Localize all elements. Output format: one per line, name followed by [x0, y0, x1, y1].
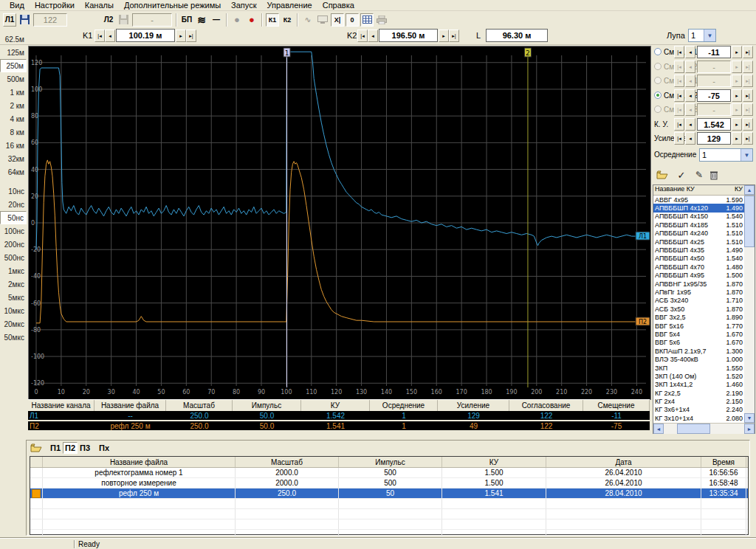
k1-step-right-button[interactable]: ▸ — [176, 30, 186, 42]
range-button-64км[interactable]: 64км — [0, 165, 27, 179]
channel-l1-button[interactable]: Л1 — [3, 13, 16, 27]
range-button-200нс[interactable]: 200нс — [0, 238, 27, 251]
ku-row[interactable]: АПВББШП 4х251.510 — [653, 238, 744, 246]
averaging-select[interactable]: 1 ▼ — [699, 148, 753, 162]
scroll-right-icon[interactable]: ► — [744, 424, 755, 434]
ku-row[interactable]: АПВВНГ 1х95/351.870 — [653, 280, 744, 288]
k1-step-end-button[interactable]: ▸| — [186, 30, 196, 42]
ctl-3-inc-button[interactable]: ▸ — [732, 89, 742, 102]
control-field-0[interactable]: -11 — [697, 46, 731, 58]
range-button-100нс[interactable]: 100нс — [0, 224, 27, 238]
menu-item-5[interactable]: Управление — [262, 1, 317, 10]
ku-list[interactable]: АВВГ 4х951.590АПВББШП 4х1201.490АПВББШП … — [653, 196, 744, 423]
open-file-button[interactable] — [30, 441, 43, 455]
ctl-3-dec-button[interactable]: ◂ — [685, 89, 695, 102]
ctl-3-end-button[interactable]: ▸| — [743, 89, 753, 102]
range-button-10нс[interactable]: 10нс — [0, 184, 27, 198]
trace-chart[interactable]: 0102030405060708090100110120130140150160… — [28, 46, 651, 400]
table-grid-button[interactable] — [360, 13, 374, 27]
range-button-500м[interactable]: 500м — [0, 72, 27, 86]
power-supply-button[interactable]: БП — [180, 13, 193, 27]
tab-Пх[interactable]: Пх — [97, 442, 111, 454]
menu-item-6[interactable]: Справка — [317, 1, 360, 10]
ku-row[interactable]: КГ 3х6+1х42.240 — [653, 406, 744, 414]
range-button-16 км[interactable]: 16 км — [0, 139, 27, 152]
ku-row[interactable]: АПВББШП 4х351.490 — [653, 246, 744, 254]
horizontal-scrollbar[interactable]: ◄► — [653, 423, 755, 434]
tab-П1[interactable]: П1 — [48, 442, 63, 454]
x-scale-button[interactable]: X| — [331, 13, 344, 27]
range-button-20нс[interactable]: 20нс — [0, 198, 27, 211]
range-button-50нс[interactable]: 50нс — [0, 211, 27, 224]
control-field-5[interactable]: 1.542 — [697, 118, 731, 131]
apply-ku-button[interactable]: ✓ — [675, 168, 688, 182]
ctl-6-dec-button[interactable]: ◂ — [685, 132, 695, 145]
ku-row[interactable]: КГ 3х10+1х42.080 — [653, 414, 744, 422]
ku-row[interactable]: КГ 2х42.150 — [653, 397, 744, 405]
open-ku-button[interactable] — [656, 168, 669, 182]
k2-step-end-button[interactable]: ▸| — [449, 30, 459, 42]
k2-position-field[interactable]: 196.50 м — [379, 29, 438, 42]
delete-ku-button[interactable] — [707, 168, 721, 182]
ctl-6-inc-button[interactable]: ▸ — [732, 132, 742, 145]
vertical-scrollbar[interactable]: ▼ — [744, 196, 755, 423]
cursor-k2-button[interactable]: К2 — [281, 13, 294, 27]
menu-item-2[interactable]: Каналы — [80, 1, 119, 10]
ctl-0-inc-button[interactable]: ▸ — [732, 46, 742, 58]
ctl-6-end-button[interactable]: ▸| — [743, 132, 753, 145]
range-button-5мкс[interactable]: 5мкс — [0, 291, 27, 304]
range-button-500нс[interactable]: 500нс — [0, 251, 27, 264]
ku-row[interactable]: ВВГ 5х161.770 — [653, 322, 744, 330]
ku-row[interactable]: ЗКП 1х4х1,21.460 — [653, 381, 744, 389]
range-button-2мкс[interactable]: 2мкс — [0, 277, 27, 291]
save-l1-icon[interactable] — [18, 13, 31, 27]
range-button-2 км[interactable]: 2 км — [0, 99, 27, 112]
range-button-8 км[interactable]: 8 км — [0, 125, 27, 139]
zoom-select[interactable]: 1 ▼ — [688, 29, 716, 42]
ctl-3-home-button[interactable]: |◂ — [674, 89, 684, 102]
ctl-5-home-button[interactable]: |◂ — [674, 118, 684, 131]
ku-row[interactable]: ВЛЭ 35-400кВ1.000 — [653, 355, 744, 363]
range-button-32км[interactable]: 32км — [0, 152, 27, 165]
ku-row[interactable]: ВКПАшП 2.1х9,71.300 — [653, 347, 744, 355]
menu-item-1[interactable]: Настройки — [30, 1, 80, 10]
ku-row[interactable]: АПВББШП 4х701.480 — [653, 263, 744, 271]
channel-row-П2[interactable]: П2рефл 250 м250.050.01.541149122-75 — [28, 421, 650, 430]
h-scroll-thumb[interactable] — [677, 424, 710, 434]
offset-radio-0[interactable] — [654, 48, 662, 55]
range-button-125м[interactable]: 125м — [0, 46, 27, 59]
range-button-20мкс[interactable]: 20мкс — [0, 317, 27, 331]
menu-item-3[interactable]: Дополнительные режимы — [119, 1, 226, 10]
k2-step-left-button[interactable]: ◂ — [368, 30, 378, 42]
edit-ku-button[interactable]: ✎ — [693, 168, 706, 182]
ku-row[interactable]: АСБ 3х2401.710 — [653, 297, 744, 305]
k2-step-home-button[interactable]: |◂ — [357, 30, 368, 42]
ctl-0-end-button[interactable]: ▸| — [743, 46, 753, 58]
ku-row[interactable]: АПВББШП 4х2401.510 — [653, 229, 744, 238]
k1-step-left-button[interactable]: ◂ — [105, 30, 115, 42]
scrollbar-thumb[interactable] — [744, 196, 755, 247]
scrollbar-track[interactable] — [744, 247, 755, 413]
ku-row[interactable]: ЗКП1.550 — [653, 364, 744, 372]
ctl-5-dec-button[interactable]: ◂ — [685, 118, 695, 131]
range-button-62.5м[interactable]: 62.5м — [0, 32, 27, 46]
ku-row[interactable]: АПВББШП 4х1501.540 — [653, 213, 744, 221]
ctl-0-dec-button[interactable]: ◂ — [685, 46, 695, 58]
ku-row[interactable]: АВВГ 4х951.590 — [653, 196, 744, 204]
range-button-1мкс[interactable]: 1мкс — [0, 264, 27, 277]
line-icon[interactable]: — — [210, 13, 223, 27]
k2-step-right-button[interactable]: ▸ — [439, 30, 449, 42]
ku-row[interactable]: АСБ 3х501.870 — [653, 305, 744, 313]
scroll-left-icon[interactable]: ◄ — [653, 424, 664, 434]
range-button-1 км[interactable]: 1 км — [0, 86, 27, 99]
ku-row[interactable]: ВВГ 3х2,51.890 — [653, 313, 744, 321]
zero-line-button[interactable]: 0 — [346, 13, 359, 27]
ku-row[interactable]: АПВББШП 4х1851.510 — [653, 221, 744, 229]
range-button-4 км[interactable]: 4 км — [0, 112, 27, 125]
ku-row[interactable]: АПВББШП 4х951.500 — [653, 272, 744, 280]
channel-row-Л1[interactable]: Л1--250.050.01.5421129122-11 — [28, 411, 650, 420]
offset-radio-3[interactable] — [654, 92, 662, 99]
tab-П2[interactable]: П2 — [63, 442, 78, 454]
h-scroll-track[interactable] — [664, 424, 744, 434]
ku-row[interactable]: АПвПг 1х951.870 — [653, 288, 744, 296]
